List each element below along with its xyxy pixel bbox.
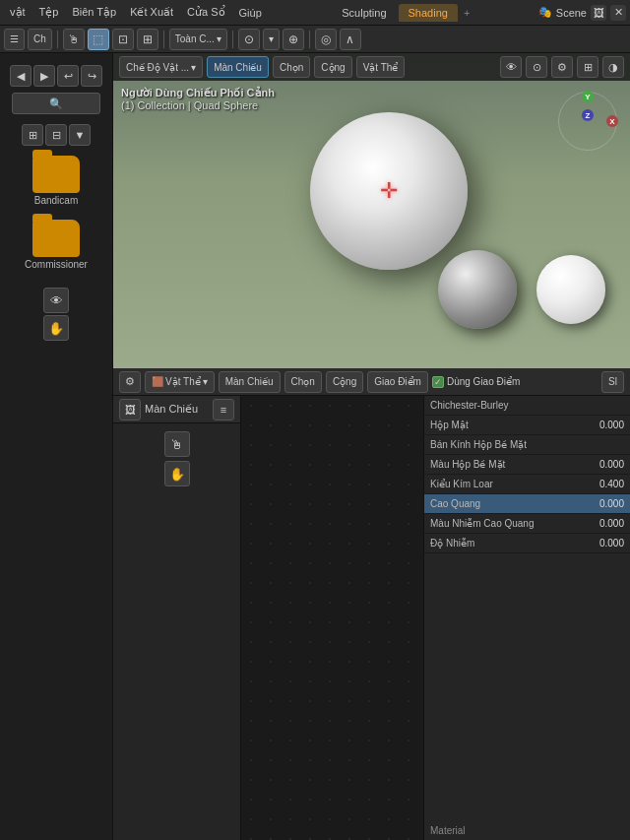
props-row-kieu: Kiểu Kím Loar 0.400 <box>424 475 630 494</box>
magnet-icon[interactable]: ⊙ <box>238 29 260 50</box>
props-label-6: Màu Nhiễm Cao Quang <box>430 518 575 529</box>
props-scroll-area[interactable]: Chichester-Burley Hộp Mật 0.000 Bán Kính… <box>424 396 630 553</box>
render-icon[interactable]: 🖼 <box>591 5 606 21</box>
user-view-label: Người Dùng Chiếu Phối Cảnh <box>121 87 275 99</box>
view-tool-btn[interactable]: 👁 <box>43 288 69 313</box>
viewport-shading-icon[interactable]: ◑ <box>602 56 624 78</box>
gizmo-z-axis: Z <box>582 109 594 121</box>
node-tool-cursor[interactable]: 🖱 <box>164 431 190 457</box>
bottom-giaodiem-btn[interactable]: Giao Điểm <box>367 371 428 393</box>
props-label-7: Độ Nhiễm <box>430 538 575 549</box>
sphere-white-object <box>536 255 605 324</box>
settings-icon[interactable]: ✕ <box>610 5 626 21</box>
bottom-cong-btn[interactable]: Cộng <box>326 371 363 393</box>
select-icon[interactable]: ⬚ <box>88 29 109 50</box>
props-row-hopmat: Hộp Mật 0.000 <box>424 416 630 435</box>
gizmo-circle: Y X Z <box>558 92 617 151</box>
props-row-maunhiem: Màu Nhiễm Cao Quang 0.000 <box>424 514 630 534</box>
transform-icon[interactable]: ⊕ <box>283 29 304 50</box>
manchieu-btn[interactable]: Màn Chiếu <box>207 56 269 78</box>
material-label: Material <box>424 821 630 840</box>
viewport-render-icon[interactable]: ⊙ <box>526 56 547 78</box>
slider-btn[interactable]: Sl <box>601 371 624 393</box>
menu-item-ket-xuat[interactable]: Kết Xuất <box>124 4 179 21</box>
scene-area: 🎭 Scene 🖼 ✕ <box>538 5 626 21</box>
folder-bandicam[interactable]: Bandicam <box>4 152 108 210</box>
vatthe-btn[interactable]: Vật Thể <box>356 56 406 78</box>
object-mode-label: ☰ <box>10 33 19 44</box>
bottom-panel: ⚙ 🟫 Vật Thể ▾ Màn Chiếu Chọn Cộng Giao Đ… <box>113 368 630 840</box>
node-header-icon[interactable]: 🖼 <box>119 399 141 420</box>
filter-btn[interactable]: ▼ <box>69 124 91 146</box>
menu-item-vat[interactable]: vật <box>4 4 32 21</box>
node-left-tools: 🖱 ✋ <box>113 423 240 494</box>
bottom-chon-btn[interactable]: Chọn <box>284 371 322 393</box>
folder-icon-bandicam <box>32 156 80 193</box>
chon-btn[interactable]: Chọn <box>273 56 310 78</box>
view-dropdown[interactable]: Toàn C... ▾ <box>169 29 227 50</box>
sidebar-tools-top: ◀ ▶ ↩ ↪ <box>10 65 102 87</box>
props-label-1: Hộp Mật <box>430 420 575 430</box>
viewport-settings-icon[interactable]: ⚙ <box>551 56 573 78</box>
props-value-7: 0.000 <box>575 538 624 549</box>
chevron-down-icon: ▾ <box>217 33 221 44</box>
lasso-icon[interactable]: ⊡ <box>112 29 134 50</box>
bottom-vatthe-btn[interactable]: 🟫 Vật Thể ▾ <box>145 371 215 393</box>
separator-1 <box>57 31 58 48</box>
bottom-toolbar: ⚙ 🟫 Vật Thể ▾ Màn Chiếu Chọn Cộng Giao Đ… <box>113 368 630 396</box>
folder-commissioner[interactable]: Commissioner <box>4 216 108 274</box>
view-label: Toàn C... <box>175 33 215 44</box>
node-editor[interactable] <box>241 396 423 840</box>
bottom-settings-icon[interactable]: ⚙ <box>119 371 141 393</box>
main-content-area: ◀ ▶ ↩ ↪ 🔍 ⊞ ⊟ ▼ Bandicam Commissioner <box>0 53 630 840</box>
overlay-btn[interactable]: Ch <box>28 29 52 50</box>
node-menu-icon[interactable]: ≡ <box>213 399 234 420</box>
props-row-mauhop: Màu Hộp Bề Mặt 0.000 <box>424 455 630 475</box>
tab-sculpting[interactable]: Sculpting <box>332 4 396 22</box>
props-row-bankinhop: Bán Kính Hộp Bề Mặt <box>424 435 630 455</box>
navigation-gizmo[interactable]: Y X Z <box>553 87 622 156</box>
dung-giao-label[interactable]: ✓ Dùng Giao Điểm <box>432 376 520 388</box>
viewport-eye-icon[interactable]: 👁 <box>500 56 522 78</box>
right-main-area: ✛ Chế Độ Vật ... ▾ Màn Chiếu Chọn Cộng V… <box>113 53 630 840</box>
cursor-icon[interactable]: 🖱 <box>63 29 85 50</box>
dung-giao-checkbox[interactable]: ✓ <box>432 376 444 388</box>
tab-add-icon[interactable]: + <box>460 5 473 21</box>
fall-icon[interactable]: ∧ <box>340 29 361 50</box>
search-btn[interactable]: 🔍 <box>12 93 100 114</box>
cong-btn[interactable]: Cộng <box>314 56 351 78</box>
tab-shading[interactable]: Shading <box>399 4 458 22</box>
tool-nav-forward[interactable]: ▶ <box>33 65 55 87</box>
tool-undo[interactable]: ↩ <box>57 65 79 87</box>
node-panel-header: 🖼 Màn Chiếu ≡ <box>113 396 240 423</box>
hand-tool-btn[interactable]: ✋ <box>43 315 69 341</box>
view-mode-label: Chế Độ Vật ... <box>126 62 189 73</box>
gizmo-x-axis: X <box>606 115 618 127</box>
view-mode-btn[interactable]: Chế Độ Vật ... ▾ <box>119 56 203 78</box>
grid-btn-2[interactable]: ⊟ <box>45 124 67 146</box>
separator-3 <box>232 31 233 48</box>
sphere-main-object: ✛ <box>310 112 468 270</box>
node-tool-hand[interactable]: ✋ <box>164 461 190 486</box>
grid-btn-1[interactable]: ⊞ <box>22 124 43 146</box>
bottom-manchieu-btn[interactable]: Màn Chiếu <box>219 371 281 393</box>
scene-icon[interactable]: 🎭 <box>538 6 552 19</box>
menu-item-cua-so[interactable]: Cửa Sổ <box>181 4 230 21</box>
viewport-grid-icon[interactable]: ⊞ <box>577 56 598 78</box>
menu-item-bien-tap[interactable]: Biên Tập <box>66 4 122 21</box>
snap-btn[interactable]: ▾ <box>263 29 280 50</box>
tool-nav-back[interactable]: ◀ <box>10 65 32 87</box>
tool-redo[interactable]: ↪ <box>81 65 102 87</box>
props-row-donhiem: Độ Nhiễm 0.000 <box>424 534 630 553</box>
menu-item-tep[interactable]: Tệp <box>33 4 65 21</box>
box-icon[interactable]: ⊞ <box>137 29 158 50</box>
viewport-3d[interactable]: ✛ Chế Độ Vật ... ▾ Màn Chiếu Chọn Cộng V… <box>113 53 630 368</box>
proportional-icon[interactable]: ◎ <box>315 29 337 50</box>
menu-item-giup[interactable]: Giúp <box>233 5 268 21</box>
separator-4 <box>309 31 310 48</box>
scene-label: Scene <box>556 7 587 19</box>
props-value-6: 0.000 <box>575 518 624 529</box>
separator-2 <box>163 31 164 48</box>
mode-selector[interactable]: ☰ <box>4 29 25 50</box>
dung-giao-text: Dùng Giao Điểm <box>447 376 520 387</box>
